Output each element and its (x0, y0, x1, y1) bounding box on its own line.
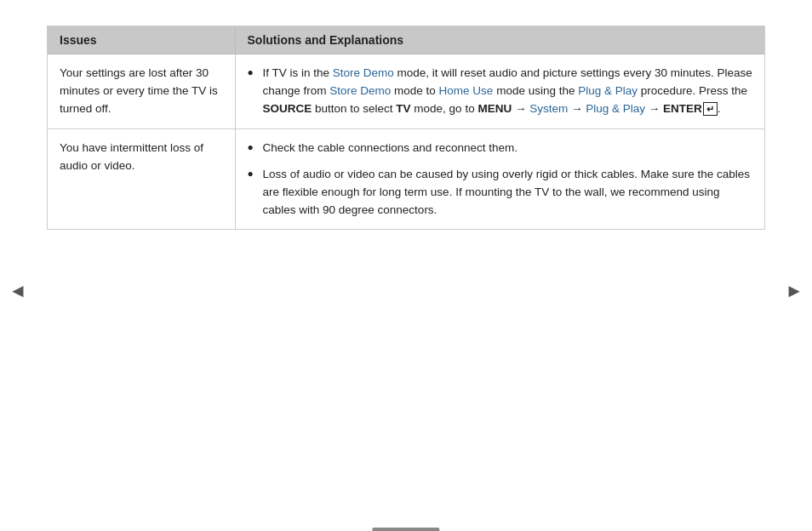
issue-cell-2: You have intermittent loss of audio or v… (48, 128, 235, 229)
solution-cell-2: Check the cable connections and reconnec… (235, 128, 764, 229)
plug-play-link-2: Plug & Play (586, 102, 645, 115)
store-demo-link-1: Store Demo (333, 66, 394, 79)
table-row: Your settings are lost after 30 minutes … (48, 54, 764, 129)
language-badge: English (372, 528, 439, 531)
tv-label: TV (396, 102, 410, 115)
nav-left-button[interactable]: ◄ (9, 280, 27, 302)
menu-label: MENU (477, 102, 512, 115)
header-solutions: Solutions and Explanations (235, 26, 764, 54)
home-use-link: Home Use (439, 84, 494, 97)
nav-right-button[interactable]: ► (785, 280, 803, 302)
table-row: You have intermittent loss of audio or v… (48, 128, 764, 229)
source-label: SOURCE (263, 102, 312, 115)
issues-table: Issues Solutions and Explanations Your s… (48, 26, 764, 229)
main-table-wrapper: Issues Solutions and Explanations Your s… (47, 26, 765, 230)
solution-cell-1: If TV is in the Store Demo mode, it will… (235, 54, 764, 129)
issue-cell-1: Your settings are lost after 30 minutes … (48, 54, 235, 129)
system-link: System (529, 102, 568, 115)
page-container: ◄ ► Issues Solutions and Explanations Yo… (0, 26, 812, 531)
enter-label: ENTER↵ (663, 102, 718, 115)
header-issues: Issues (48, 26, 235, 54)
store-demo-link-2: Store Demo (329, 84, 391, 97)
solution-item: If TV is in the Store Demo mode, it will… (248, 65, 753, 118)
enter-icon: ↵ (703, 102, 718, 116)
solution-item: Check the cable connections and reconnec… (248, 140, 753, 157)
plug-play-link-1: Plug & Play (578, 84, 638, 97)
solution-item: Loss of audio or video can be caused by … (248, 166, 753, 220)
